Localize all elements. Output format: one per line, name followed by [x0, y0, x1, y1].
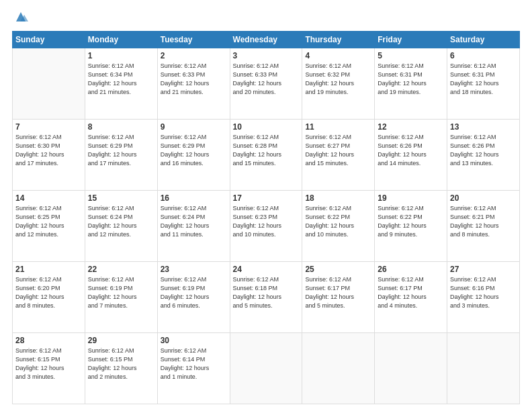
day-number: 10: [233, 122, 300, 132]
day-info: Sunrise: 6:12 AMSunset: 6:22 PMDaylight:…: [378, 204, 444, 239]
calendar-cell: 27Sunrise: 6:12 AMSunset: 6:16 PMDayligh…: [447, 262, 520, 333]
day-info: Sunrise: 6:12 AMSunset: 6:26 PMDaylight:…: [450, 133, 517, 168]
calendar-week-row: 7Sunrise: 6:12 AMSunset: 6:30 PMDaylight…: [13, 120, 520, 191]
day-info: Sunrise: 6:12 AMSunset: 6:28 PMDaylight:…: [233, 133, 300, 168]
calendar-cell: 6Sunrise: 6:12 AMSunset: 6:31 PMDaylight…: [447, 48, 520, 120]
calendar-cell: 24Sunrise: 6:12 AMSunset: 6:18 PMDayligh…: [230, 262, 302, 333]
day-number: 16: [161, 193, 227, 203]
calendar-cell: 8Sunrise: 6:12 AMSunset: 6:29 PMDaylight…: [85, 120, 157, 191]
calendar-day-header: Saturday: [447, 32, 520, 48]
calendar-cell: 3Sunrise: 6:12 AMSunset: 6:33 PMDaylight…: [230, 48, 302, 120]
calendar-week-row: 21Sunrise: 6:12 AMSunset: 6:20 PMDayligh…: [13, 262, 520, 333]
calendar-cell: 29Sunrise: 6:12 AMSunset: 6:15 PMDayligh…: [85, 333, 157, 404]
calendar-day-header: Friday: [375, 32, 447, 48]
day-info: Sunrise: 6:12 AMSunset: 6:15 PMDaylight:…: [88, 347, 154, 381]
day-number: 14: [15, 193, 82, 203]
page: SundayMondayTuesdayWednesdayThursdayFrid…: [0, 0, 532, 411]
day-number: 4: [305, 51, 371, 60]
calendar-day-header: Monday: [85, 32, 157, 48]
calendar-cell: 19Sunrise: 6:12 AMSunset: 6:22 PMDayligh…: [375, 191, 447, 262]
day-number: 28: [15, 336, 82, 345]
day-number: 8: [88, 122, 154, 132]
calendar-cell: 15Sunrise: 6:12 AMSunset: 6:24 PMDayligh…: [85, 191, 157, 262]
day-number: 26: [378, 265, 444, 274]
day-number: 21: [15, 265, 82, 274]
day-number: 3: [233, 51, 300, 60]
calendar-cell: 22Sunrise: 6:12 AMSunset: 6:19 PMDayligh…: [85, 262, 157, 333]
day-number: 19: [378, 193, 444, 203]
calendar-day-header: Tuesday: [157, 32, 230, 48]
calendar-cell: 13Sunrise: 6:12 AMSunset: 6:26 PMDayligh…: [447, 120, 520, 191]
day-number: 5: [378, 51, 444, 60]
calendar-cell: 28Sunrise: 6:12 AMSunset: 6:15 PMDayligh…: [13, 333, 85, 404]
day-info: Sunrise: 6:12 AMSunset: 6:17 PMDaylight:…: [378, 275, 444, 310]
calendar-cell: [230, 333, 302, 404]
calendar-cell: 9Sunrise: 6:12 AMSunset: 6:29 PMDaylight…: [157, 120, 230, 191]
calendar-cell: 25Sunrise: 6:12 AMSunset: 6:17 PMDayligh…: [302, 262, 375, 333]
calendar-cell: [375, 333, 447, 404]
header: [12, 11, 520, 24]
day-info: Sunrise: 6:12 AMSunset: 6:32 PMDaylight:…: [305, 62, 371, 97]
calendar-cell: [302, 333, 375, 404]
day-number: 29: [88, 336, 154, 345]
calendar-cell: 26Sunrise: 6:12 AMSunset: 6:17 PMDayligh…: [375, 262, 447, 333]
day-number: 18: [305, 193, 371, 203]
calendar-day-header: Wednesday: [230, 32, 302, 48]
day-number: 9: [161, 122, 227, 132]
calendar-cell: 2Sunrise: 6:12 AMSunset: 6:33 PMDaylight…: [157, 48, 230, 120]
calendar-cell: 12Sunrise: 6:12 AMSunset: 6:26 PMDayligh…: [375, 120, 447, 191]
calendar-week-row: 14Sunrise: 6:12 AMSunset: 6:25 PMDayligh…: [13, 191, 520, 262]
day-number: 20: [450, 193, 517, 203]
calendar-week-row: 28Sunrise: 6:12 AMSunset: 6:15 PMDayligh…: [13, 333, 520, 404]
day-info: Sunrise: 6:12 AMSunset: 6:24 PMDaylight:…: [88, 204, 154, 239]
calendar-cell: 16Sunrise: 6:12 AMSunset: 6:24 PMDayligh…: [157, 191, 230, 262]
day-info: Sunrise: 6:12 AMSunset: 6:27 PMDaylight:…: [305, 133, 371, 168]
calendar-cell: 23Sunrise: 6:12 AMSunset: 6:19 PMDayligh…: [157, 262, 230, 333]
calendar-cell: 18Sunrise: 6:12 AMSunset: 6:22 PMDayligh…: [302, 191, 375, 262]
day-info: Sunrise: 6:12 AMSunset: 6:16 PMDaylight:…: [450, 275, 517, 310]
day-number: 23: [161, 265, 227, 274]
logo-icon: [13, 9, 28, 24]
calendar-week-row: 1Sunrise: 6:12 AMSunset: 6:34 PMDaylight…: [13, 48, 520, 120]
day-info: Sunrise: 6:12 AMSunset: 6:17 PMDaylight:…: [305, 275, 371, 310]
calendar-cell: 14Sunrise: 6:12 AMSunset: 6:25 PMDayligh…: [13, 191, 85, 262]
day-info: Sunrise: 6:12 AMSunset: 6:19 PMDaylight:…: [88, 275, 154, 310]
calendar-cell: 1Sunrise: 6:12 AMSunset: 6:34 PMDaylight…: [85, 48, 157, 120]
day-info: Sunrise: 6:12 AMSunset: 6:21 PMDaylight:…: [450, 204, 517, 239]
day-info: Sunrise: 6:12 AMSunset: 6:18 PMDaylight:…: [233, 275, 300, 310]
day-info: Sunrise: 6:12 AMSunset: 6:31 PMDaylight:…: [378, 62, 444, 97]
calendar-cell: 30Sunrise: 6:12 AMSunset: 6:14 PMDayligh…: [157, 333, 230, 404]
day-number: 25: [305, 265, 371, 274]
calendar-cell: [447, 333, 520, 404]
calendar-cell: 17Sunrise: 6:12 AMSunset: 6:23 PMDayligh…: [230, 191, 302, 262]
day-number: 24: [233, 265, 300, 274]
day-info: Sunrise: 6:12 AMSunset: 6:33 PMDaylight:…: [233, 62, 300, 97]
calendar-header-row: SundayMondayTuesdayWednesdayThursdayFrid…: [13, 32, 520, 48]
day-info: Sunrise: 6:12 AMSunset: 6:24 PMDaylight:…: [161, 204, 227, 239]
calendar-cell: 10Sunrise: 6:12 AMSunset: 6:28 PMDayligh…: [230, 120, 302, 191]
day-number: 27: [450, 265, 517, 274]
day-number: 7: [15, 122, 82, 132]
day-number: 13: [450, 122, 517, 132]
calendar-cell: [13, 48, 85, 120]
day-number: 15: [88, 193, 154, 203]
calendar-cell: 7Sunrise: 6:12 AMSunset: 6:30 PMDaylight…: [13, 120, 85, 191]
calendar-table: SundayMondayTuesdayWednesdayThursdayFrid…: [12, 31, 520, 404]
day-info: Sunrise: 6:12 AMSunset: 6:14 PMDaylight:…: [161, 347, 227, 381]
day-number: 12: [378, 122, 444, 132]
calendar-cell: 4Sunrise: 6:12 AMSunset: 6:32 PMDaylight…: [302, 48, 375, 120]
day-number: 11: [305, 122, 371, 132]
day-number: 2: [161, 51, 227, 60]
day-info: Sunrise: 6:12 AMSunset: 6:30 PMDaylight:…: [15, 133, 82, 168]
calendar-cell: 5Sunrise: 6:12 AMSunset: 6:31 PMDaylight…: [375, 48, 447, 120]
day-number: 1: [88, 51, 154, 60]
day-number: 30: [161, 336, 227, 345]
day-info: Sunrise: 6:12 AMSunset: 6:19 PMDaylight:…: [161, 275, 227, 310]
day-info: Sunrise: 6:12 AMSunset: 6:25 PMDaylight:…: [15, 204, 82, 239]
day-info: Sunrise: 6:12 AMSunset: 6:22 PMDaylight:…: [305, 204, 371, 239]
day-info: Sunrise: 6:12 AMSunset: 6:15 PMDaylight:…: [15, 347, 82, 381]
day-number: 6: [450, 51, 517, 60]
day-info: Sunrise: 6:12 AMSunset: 6:20 PMDaylight:…: [15, 275, 82, 310]
calendar-cell: 21Sunrise: 6:12 AMSunset: 6:20 PMDayligh…: [13, 262, 85, 333]
day-info: Sunrise: 6:12 AMSunset: 6:33 PMDaylight:…: [161, 62, 227, 97]
